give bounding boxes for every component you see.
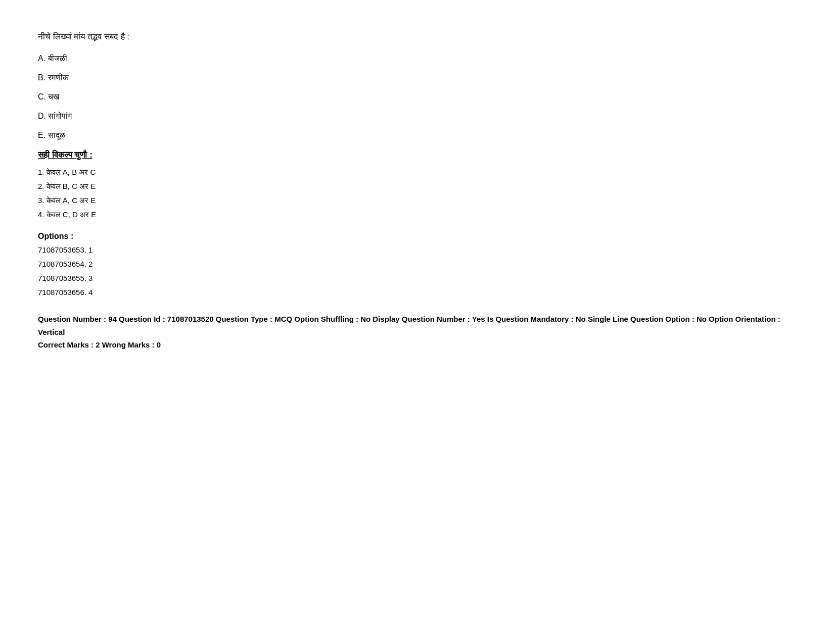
option-d-label: D. bbox=[38, 112, 46, 120]
options-list: A. बीजळी B. रमणीक C. चख D. सांगोपांग E. … bbox=[38, 53, 796, 141]
option-b-label: B. bbox=[38, 73, 45, 82]
numbered-option-4: 4. केवल C, D अर E bbox=[38, 209, 796, 221]
option-a-label: A. bbox=[38, 54, 45, 63]
numbered-option-1: 1. केवल A, B अर C bbox=[38, 166, 796, 178]
option-d-text: सांगोपांग bbox=[48, 112, 72, 120]
numbered-options-list: 1. केवल A, B अर C 2. केवल B, C अर E 3. क… bbox=[38, 166, 796, 221]
select-label: सही विकल्प चुणौ : bbox=[38, 148, 796, 162]
option-c-text: चख bbox=[48, 92, 59, 101]
option-e: E. सादूळ bbox=[38, 129, 796, 141]
option-d: D. सांगोपांग bbox=[38, 110, 796, 122]
numbered-option-3: 3. केवल A, C अर E bbox=[38, 194, 796, 207]
option-code-3: 71087053655. 3 bbox=[38, 272, 796, 284]
meta-info: Question Number : 94 Question Id : 71087… bbox=[38, 313, 796, 352]
option-e-text: सादूळ bbox=[48, 131, 65, 139]
option-e-label: E. bbox=[38, 131, 45, 139]
option-code-4: 71087053656. 4 bbox=[38, 286, 796, 299]
options-header: Options : bbox=[38, 232, 796, 241]
option-b: B. रमणीक bbox=[38, 72, 796, 84]
option-c: C. चख bbox=[38, 91, 796, 103]
option-code-1: 71087053653. 1 bbox=[38, 244, 796, 256]
option-a-text: बीजळी bbox=[48, 54, 67, 63]
meta-line2: Correct Marks : 2 Wrong Marks : 0 bbox=[38, 338, 796, 352]
option-a: A. बीजळी bbox=[38, 53, 796, 65]
meta-line1: Question Number : 94 Question Id : 71087… bbox=[38, 313, 796, 338]
option-codes-list: 71087053653. 1 71087053654. 2 7108705365… bbox=[38, 244, 796, 299]
option-code-2: 71087053654. 2 bbox=[38, 258, 796, 270]
option-c-label: C. bbox=[38, 92, 46, 101]
numbered-option-2: 2. केवल B, C अर E bbox=[38, 180, 796, 192]
option-b-text: रमणीक bbox=[48, 73, 69, 82]
question-text: नीचे लिख्यां मांय तद्भव सबद है : bbox=[38, 30, 796, 43]
